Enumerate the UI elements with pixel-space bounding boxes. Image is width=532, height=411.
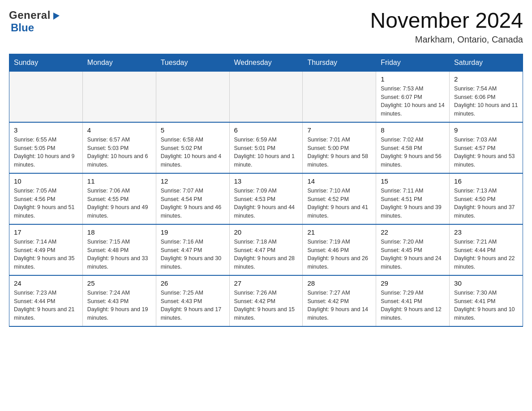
calendar-cell: 29Sunrise: 7:29 AMSunset: 4:41 PMDayligh… [376,275,450,326]
calendar-cell: 30Sunrise: 7:30 AMSunset: 4:41 PMDayligh… [450,275,523,326]
calendar-cell: 18Sunrise: 7:15 AMSunset: 4:48 PMDayligh… [82,224,156,275]
weekday-header-friday: Friday [376,54,450,71]
day-info: Sunrise: 7:05 AMSunset: 4:56 PMDaylight:… [14,187,78,220]
logo: General Blue [9,9,61,34]
day-number: 7 [307,126,371,134]
day-number: 8 [381,126,445,134]
day-info: Sunrise: 7:02 AMSunset: 4:58 PMDaylight:… [381,136,445,169]
calendar-cell [156,71,229,122]
day-number: 20 [234,228,298,236]
week-row-2: 10Sunrise: 7:05 AMSunset: 4:56 PMDayligh… [9,173,523,224]
calendar-title: November 2024 [370,9,523,33]
weekday-header-monday: Monday [82,54,156,71]
week-row-4: 24Sunrise: 7:23 AMSunset: 4:44 PMDayligh… [9,275,523,326]
calendar-cell: 16Sunrise: 7:13 AMSunset: 4:50 PMDayligh… [450,173,523,224]
day-info: Sunrise: 7:13 AMSunset: 4:50 PMDaylight:… [454,187,518,220]
calendar-cell: 19Sunrise: 7:16 AMSunset: 4:47 PMDayligh… [156,224,229,275]
calendar-cell [9,71,83,122]
day-info: Sunrise: 7:24 AMSunset: 4:43 PMDaylight:… [87,289,151,322]
day-info: Sunrise: 7:54 AMSunset: 6:06 PMDaylight:… [454,85,518,118]
day-number: 24 [14,279,78,287]
svg-marker-0 [53,13,60,20]
day-number: 23 [454,228,518,236]
page-header: General Blue November 2024 Markham, Onta… [9,9,523,45]
day-info: Sunrise: 7:25 AMSunset: 4:43 PMDaylight:… [161,289,225,322]
day-number: 9 [454,126,518,134]
weekday-header-wednesday: Wednesday [229,54,303,71]
day-info: Sunrise: 7:29 AMSunset: 4:41 PMDaylight:… [381,289,445,322]
day-number: 3 [14,126,78,134]
day-info: Sunrise: 6:57 AMSunset: 5:03 PMDaylight:… [87,136,151,169]
weekday-header-saturday: Saturday [450,54,523,71]
logo-general-text: General [9,9,51,21]
day-number: 12 [161,177,225,185]
calendar-cell: 12Sunrise: 7:07 AMSunset: 4:54 PMDayligh… [156,173,229,224]
weekday-header-row: SundayMondayTuesdayWednesdayThursdayFrid… [9,54,523,71]
week-row-1: 3Sunrise: 6:55 AMSunset: 5:05 PMDaylight… [9,122,523,173]
title-area: November 2024 Markham, Ontario, Canada [370,9,523,45]
calendar-cell: 27Sunrise: 7:26 AMSunset: 4:42 PMDayligh… [229,275,303,326]
calendar-cell: 26Sunrise: 7:25 AMSunset: 4:43 PMDayligh… [156,275,229,326]
day-info: Sunrise: 7:06 AMSunset: 4:55 PMDaylight:… [87,187,151,220]
day-number: 16 [454,177,518,185]
calendar-cell: 20Sunrise: 7:18 AMSunset: 4:47 PMDayligh… [229,224,303,275]
day-info: Sunrise: 7:23 AMSunset: 4:44 PMDaylight:… [14,289,78,322]
day-number: 26 [161,279,225,287]
calendar-cell: 8Sunrise: 7:02 AMSunset: 4:58 PMDaylight… [376,122,450,173]
weekday-header-sunday: Sunday [9,54,83,71]
day-number: 5 [161,126,225,134]
calendar-cell: 11Sunrise: 7:06 AMSunset: 4:55 PMDayligh… [82,173,156,224]
day-info: Sunrise: 7:03 AMSunset: 4:57 PMDaylight:… [454,136,518,169]
day-number: 29 [381,279,445,287]
calendar-cell: 10Sunrise: 7:05 AMSunset: 4:56 PMDayligh… [9,173,83,224]
day-info: Sunrise: 7:10 AMSunset: 4:52 PMDaylight:… [307,187,371,220]
calendar-cell: 2Sunrise: 7:54 AMSunset: 6:06 PMDaylight… [450,71,523,122]
weekday-header-tuesday: Tuesday [156,54,229,71]
calendar-cell: 24Sunrise: 7:23 AMSunset: 4:44 PMDayligh… [9,275,83,326]
day-info: Sunrise: 7:27 AMSunset: 4:42 PMDaylight:… [307,289,371,322]
calendar-cell: 14Sunrise: 7:10 AMSunset: 4:52 PMDayligh… [303,173,376,224]
day-number: 28 [307,279,371,287]
calendar-cell: 6Sunrise: 6:59 AMSunset: 5:01 PMDaylight… [229,122,303,173]
day-number: 15 [381,177,445,185]
calendar-cell: 17Sunrise: 7:14 AMSunset: 4:49 PMDayligh… [9,224,83,275]
day-number: 30 [454,279,518,287]
day-info: Sunrise: 7:21 AMSunset: 4:44 PMDaylight:… [454,238,518,271]
day-number: 2 [454,75,518,83]
calendar-cell: 28Sunrise: 7:27 AMSunset: 4:42 PMDayligh… [303,275,376,326]
day-info: Sunrise: 7:18 AMSunset: 4:47 PMDaylight:… [234,238,298,271]
calendar-cell: 15Sunrise: 7:11 AMSunset: 4:51 PMDayligh… [376,173,450,224]
day-number: 14 [307,177,371,185]
day-info: Sunrise: 7:09 AMSunset: 4:53 PMDaylight:… [234,187,298,220]
day-info: Sunrise: 7:14 AMSunset: 4:49 PMDaylight:… [14,238,78,271]
day-info: Sunrise: 7:07 AMSunset: 4:54 PMDaylight:… [161,187,225,220]
calendar-cell: 1Sunrise: 7:53 AMSunset: 6:07 PMDaylight… [376,71,450,122]
day-number: 21 [307,228,371,236]
logo-triangle-icon [51,11,61,21]
day-info: Sunrise: 7:11 AMSunset: 4:51 PMDaylight:… [381,187,445,220]
calendar-cell: 3Sunrise: 6:55 AMSunset: 5:05 PMDaylight… [9,122,83,173]
day-number: 18 [87,228,151,236]
day-info: Sunrise: 6:59 AMSunset: 5:01 PMDaylight:… [234,136,298,169]
day-info: Sunrise: 6:55 AMSunset: 5:05 PMDaylight:… [14,136,78,169]
weekday-header-thursday: Thursday [303,54,376,71]
day-number: 4 [87,126,151,134]
day-number: 17 [14,228,78,236]
calendar-cell [303,71,376,122]
day-number: 10 [14,177,78,185]
day-number: 11 [87,177,151,185]
calendar-cell: 22Sunrise: 7:20 AMSunset: 4:45 PMDayligh… [376,224,450,275]
calendar-cell: 4Sunrise: 6:57 AMSunset: 5:03 PMDaylight… [82,122,156,173]
day-info: Sunrise: 7:53 AMSunset: 6:07 PMDaylight:… [381,85,445,118]
calendar-cell: 13Sunrise: 7:09 AMSunset: 4:53 PMDayligh… [229,173,303,224]
day-number: 25 [87,279,151,287]
day-number: 1 [381,75,445,83]
calendar-cell: 5Sunrise: 6:58 AMSunset: 5:02 PMDaylight… [156,122,229,173]
calendar-cell: 23Sunrise: 7:21 AMSunset: 4:44 PMDayligh… [450,224,523,275]
week-row-3: 17Sunrise: 7:14 AMSunset: 4:49 PMDayligh… [9,224,523,275]
calendar-cell: 9Sunrise: 7:03 AMSunset: 4:57 PMDaylight… [450,122,523,173]
day-number: 13 [234,177,298,185]
calendar-cell: 7Sunrise: 7:01 AMSunset: 5:00 PMDaylight… [303,122,376,173]
calendar-cell: 21Sunrise: 7:19 AMSunset: 4:46 PMDayligh… [303,224,376,275]
calendar-cell [82,71,156,122]
